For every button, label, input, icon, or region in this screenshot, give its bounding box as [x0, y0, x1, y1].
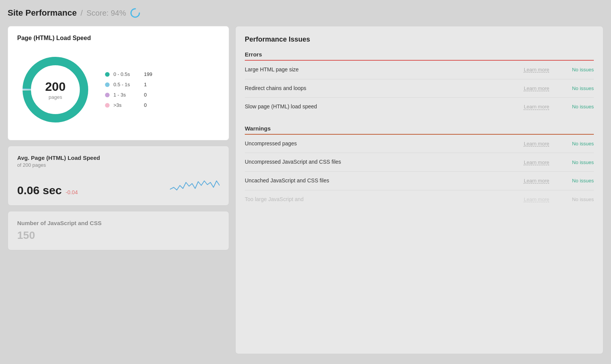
- sparkline: [170, 174, 220, 197]
- svg-point-0: [131, 9, 139, 17]
- error-row-3: Slow page (HTML) load speed Learn more N…: [245, 98, 594, 116]
- legend-label-4: >3s: [113, 102, 140, 108]
- page-header: Site Performance / Score: 94%: [8, 8, 603, 18]
- avg-delta: -0.04: [66, 189, 78, 195]
- warning-status-3: No issues: [559, 178, 594, 184]
- donut-total: 200: [45, 80, 65, 94]
- legend-value-2: 1: [144, 82, 147, 87]
- avg-card-body: 0.06 sec -0.04: [17, 174, 220, 197]
- warnings-heading: Warnings: [245, 125, 594, 132]
- warning-name-4: Too large JavaScript and: [245, 196, 514, 203]
- warning-status-1: No issues: [559, 141, 594, 147]
- error-status-1: No issues: [559, 67, 594, 72]
- legend-item-4: >3s 0: [105, 102, 152, 108]
- avg-speed-card: Avg. Page (HTML) Load Speed of 200 pages…: [8, 146, 229, 206]
- error-learn-more-3[interactable]: Learn more: [514, 104, 559, 110]
- load-speed-title: Page (HTML) Load Speed: [17, 35, 220, 42]
- performance-issues-title: Performance Issues: [245, 35, 594, 43]
- error-learn-more-1[interactable]: Learn more: [514, 67, 559, 72]
- donut-label: 200 pages: [45, 80, 65, 100]
- errors-heading: Errors: [245, 51, 594, 58]
- warning-row-4: Too large JavaScript and Learn more No i…: [245, 190, 594, 209]
- warning-name-2: Uncompressed JavaScript and CSS files: [245, 158, 514, 166]
- error-status-2: No issues: [559, 85, 594, 91]
- error-row-1: Large HTML page size Learn more No issue…: [245, 61, 594, 79]
- avg-value-row: 0.06 sec -0.04: [17, 184, 78, 197]
- legend-dot-3: [105, 93, 110, 97]
- warning-status-2: No issues: [559, 159, 594, 165]
- error-row-2: Redirect chains and loops Learn more No …: [245, 79, 594, 98]
- warning-learn-more-2[interactable]: Learn more: [514, 159, 559, 165]
- error-name-1: Large HTML page size: [245, 66, 514, 74]
- errors-section: Errors Large HTML page size Learn more N…: [245, 51, 594, 116]
- donut-sub: pages: [48, 94, 62, 100]
- legend-value-4: 0: [144, 102, 147, 108]
- left-column: Page (HTML) Load Speed 200: [8, 26, 229, 250]
- warning-row-3: Uncached JavaScript and CSS files Learn …: [245, 172, 594, 190]
- warnings-section: Warnings Uncompressed pages Learn more N…: [245, 125, 594, 208]
- error-status-3: No issues: [559, 104, 594, 110]
- legend-label-2: 0.5 - 1s: [113, 82, 140, 87]
- legend-dot-2: [105, 82, 110, 87]
- load-speed-card: Page (HTML) Load Speed 200: [8, 26, 229, 140]
- score-text: Score: 94%: [87, 9, 126, 18]
- legend: 0 - 0.5s 199 0.5 - 1s 1 1 - 3s 0: [105, 71, 152, 108]
- error-name-3: Slow page (HTML) load speed: [245, 103, 514, 111]
- legend-item-2: 0.5 - 1s 1: [105, 82, 152, 87]
- avg-value: 0.06 sec: [17, 184, 62, 197]
- sparkline-svg: [170, 174, 220, 197]
- warning-row-1: Uncompressed pages Learn more No issues: [245, 135, 594, 153]
- score-icon: [130, 8, 141, 18]
- error-learn-more-2[interactable]: Learn more: [514, 85, 559, 91]
- legend-item-3: 1 - 3s 0: [105, 92, 152, 98]
- legend-item-1: 0 - 0.5s 199: [105, 71, 152, 77]
- warning-name-1: Uncompressed pages: [245, 140, 514, 148]
- js-css-value: 150: [17, 229, 220, 242]
- warning-row-2: Uncompressed JavaScript and CSS files Le…: [245, 153, 594, 172]
- avg-speed-title: Avg. Page (HTML) Load Speed: [17, 155, 220, 161]
- donut-chart: 200 pages: [17, 52, 94, 128]
- donut-section: 200 pages 0 - 0.5s 199 0.5 - 1s 1: [17, 48, 220, 132]
- legend-label-1: 0 - 0.5s: [113, 71, 140, 77]
- page-title: Site Performance: [8, 8, 77, 18]
- warning-learn-more-1[interactable]: Learn more: [514, 141, 559, 147]
- main-layout: Page (HTML) Load Speed 200: [8, 26, 603, 354]
- legend-dot-1: [105, 72, 110, 77]
- legend-value-1: 199: [144, 71, 152, 77]
- legend-dot-4: [105, 103, 110, 108]
- legend-label-3: 1 - 3s: [113, 92, 140, 98]
- warning-learn-more-3[interactable]: Learn more: [514, 178, 559, 184]
- score-divider: /: [81, 9, 83, 18]
- performance-issues-panel: Performance Issues Errors Large HTML pag…: [235, 26, 603, 354]
- avg-speed-subtitle: of 200 pages: [17, 162, 220, 168]
- warning-learn-more-4[interactable]: Learn more: [514, 196, 559, 202]
- js-css-title: Number of JavaScript and CSS: [17, 220, 220, 226]
- legend-value-3: 0: [144, 92, 147, 98]
- js-css-card: Number of JavaScript and CSS 150: [8, 211, 229, 250]
- warning-status-4: No issues: [559, 196, 594, 202]
- error-name-2: Redirect chains and loops: [245, 85, 514, 92]
- warning-name-3: Uncached JavaScript and CSS files: [245, 177, 514, 185]
